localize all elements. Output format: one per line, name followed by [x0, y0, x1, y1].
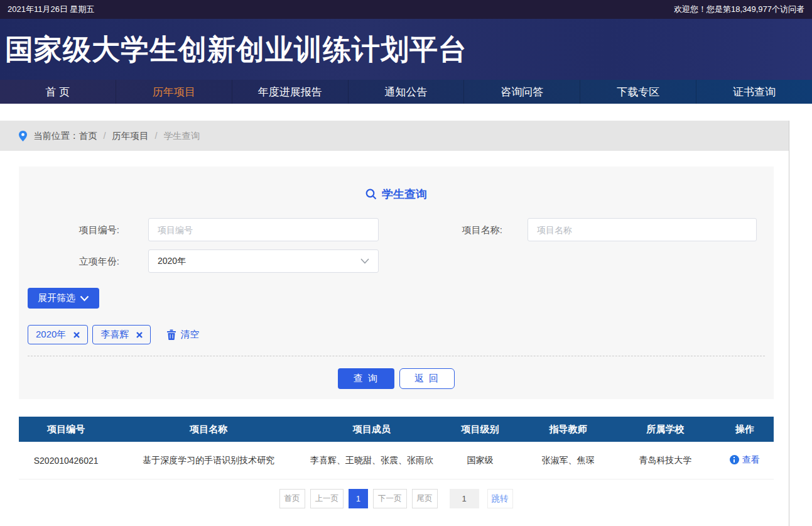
remove-tag-icon[interactable]	[73, 332, 80, 338]
student-query-panel: 学生查询 项目编号: 项目名称: 立项年份: 2020年 展开筛选	[19, 167, 774, 399]
breadcrumb-current: 学生查询	[164, 130, 200, 142]
pagination-jump-input[interactable]	[450, 489, 479, 508]
cell-level: 国家级	[440, 455, 521, 466]
nav-item-past-projects[interactable]: 历年项目	[116, 80, 232, 104]
cell-advisors: 张淑军、焦琛	[521, 455, 615, 466]
breadcrumb-prefix: 当前位置：	[33, 130, 79, 142]
col-header-advisors: 指导教师	[521, 424, 615, 436]
cell-actions: 查看	[715, 454, 774, 467]
panel-title-text: 学生查询	[382, 187, 427, 202]
col-header-school: 所属学校	[615, 424, 716, 436]
cell-project-code: S202010426021	[19, 456, 113, 466]
panel-actions: 查 询 返 回	[19, 368, 774, 389]
clear-filters-button[interactable]: 清空	[166, 329, 199, 341]
nav-item-qa[interactable]: 咨询问答	[463, 80, 580, 104]
pagination-page-1[interactable]: 1	[349, 489, 368, 508]
filter-tag-year[interactable]: 2020年	[28, 325, 88, 344]
nav-item-notices[interactable]: 通知公告	[348, 80, 464, 104]
cell-members: 李喜辉、王晓甜、张震、张雨欣	[304, 455, 439, 466]
visitor-welcome: 欢迎您！您是第18,349,977个访问者	[674, 4, 804, 15]
project-name-input[interactable]	[528, 218, 757, 241]
nav-item-certificate-query[interactable]: 证书查询	[696, 80, 812, 104]
table-header-row: 项目编号 项目名称 项目成员 项目级别 指导教师 所属学校 操作	[19, 417, 774, 442]
col-header-level: 项目级别	[440, 424, 521, 436]
col-header-project-name: 项目名称	[113, 424, 304, 436]
cell-school: 青岛科技大学	[615, 455, 716, 466]
col-header-project-code: 项目编号	[19, 424, 113, 436]
form-row-2: 立项年份: 2020年	[19, 249, 774, 273]
breadcrumb-home[interactable]: 首页	[79, 130, 97, 142]
pagination-next-button[interactable]: 下一页	[373, 489, 407, 508]
project-code-label: 项目编号:	[19, 218, 119, 241]
trash-icon	[166, 329, 176, 340]
nav-item-downloads[interactable]: 下载专区	[580, 80, 696, 104]
main-nav: 首 页 历年项目 年度进展报告 通知公告 咨询问答 下载专区 证书查询	[0, 80, 812, 104]
nav-item-annual-report[interactable]: 年度进展报告	[232, 80, 348, 104]
col-header-members: 项目成员	[304, 424, 439, 436]
breadcrumb-past-projects[interactable]: 历年项目	[112, 130, 149, 142]
expand-filters-label: 展开筛选	[38, 292, 75, 304]
breadcrumb: 当前位置： 首页 / 历年项目 / 学生查询	[0, 121, 789, 151]
nav-item-home[interactable]: 首 页	[0, 80, 116, 104]
pagination-last-button[interactable]: 尾页	[412, 489, 438, 508]
query-button[interactable]: 查 询	[338, 368, 394, 389]
site-title: 国家级大学生创新创业训练计划平台	[0, 31, 467, 68]
view-details-link[interactable]: 查看	[730, 454, 760, 466]
project-year-label: 立项年份:	[19, 249, 119, 273]
active-filter-tags: 2020年 李喜辉	[28, 325, 774, 344]
table-row: S202010426021 基于深度学习的手语识别技术研究 李喜辉、王晓甜、张震…	[19, 442, 774, 479]
current-date: 2021年11月26日 星期五	[8, 4, 95, 15]
search-form: 项目编号: 项目名称: 立项年份: 2020年	[19, 218, 774, 273]
filter-tag-label: 李喜辉	[100, 329, 129, 341]
cell-project-name: 基于深度学习的手语识别技术研究	[113, 455, 304, 466]
pagination: 首页 上一页 1 下一页 尾页 跳转	[0, 489, 789, 508]
project-name-label: 项目名称:	[379, 218, 502, 241]
expand-filters-button[interactable]: 展开筛选	[28, 288, 99, 309]
content-right-rule	[789, 121, 789, 526]
chevron-down-icon	[360, 258, 369, 264]
search-icon	[365, 189, 377, 200]
pagination-first-button[interactable]: 首页	[279, 489, 305, 508]
top-utility-bar: 2021年11月26日 星期五 欢迎您！您是第18,349,977个访问者	[0, 0, 812, 19]
back-button[interactable]: 返 回	[399, 368, 455, 389]
project-year-select[interactable]: 2020年	[148, 249, 379, 273]
remove-tag-icon[interactable]	[136, 332, 143, 338]
form-row-1: 项目编号: 项目名称:	[19, 218, 774, 241]
col-header-actions: 操作	[715, 424, 774, 436]
project-year-value: 2020年	[158, 256, 186, 267]
filter-tag-label: 2020年	[36, 329, 66, 341]
results-table: 项目编号 项目名称 项目成员 项目级别 指导教师 所属学校 操作 S202010…	[19, 417, 774, 479]
breadcrumb-separator: /	[155, 131, 158, 141]
breadcrumb-separator: /	[104, 131, 106, 141]
filter-tag-student[interactable]: 李喜辉	[92, 325, 151, 344]
chevron-down-icon	[80, 295, 89, 302]
pagination-jump-button[interactable]: 跳转	[487, 489, 513, 508]
clear-filters-label: 清空	[180, 329, 199, 341]
pagination-prev-button[interactable]: 上一页	[310, 489, 344, 508]
panel-title: 学生查询	[19, 187, 774, 202]
panel-divider	[28, 356, 765, 356]
project-code-input[interactable]	[148, 218, 379, 241]
location-pin-icon	[19, 131, 27, 141]
info-circle-icon	[730, 455, 739, 464]
site-banner: 国家级大学生创新创业训练计划平台	[0, 19, 812, 80]
view-details-label: 查看	[742, 454, 760, 466]
